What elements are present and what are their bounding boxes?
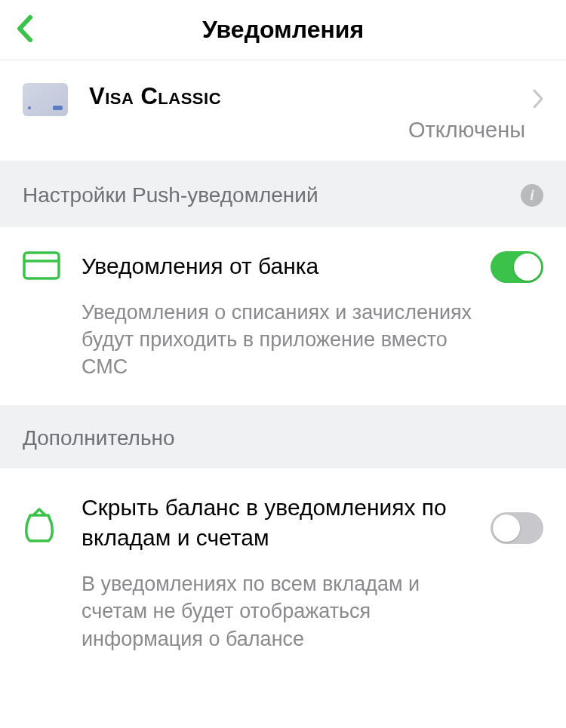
section-header-additional-label: Дополнительно	[23, 426, 175, 450]
setting-row-bank-notifications: Уведомления от банка Уведомления о списа…	[0, 227, 566, 405]
card-row[interactable]: Visa Classic Отключены	[0, 60, 566, 161]
toggle-bank-notifications[interactable]	[491, 251, 543, 283]
section-header-push: Настройки Push-уведомлений i	[0, 161, 566, 227]
svg-rect-0	[24, 253, 59, 278]
setting-row-hide-balance: Скрыть баланс в уведомлениях по вкладам …	[0, 468, 566, 677]
toggle-knob	[493, 515, 520, 542]
setting-description: В уведомлениях по всем вкладам и счетам …	[82, 570, 475, 653]
setting-content: Уведомления от банка Уведомления о списа…	[82, 251, 475, 381]
setting-description: Уведомления о списаниях и зачислениях бу…	[82, 299, 475, 381]
section-header-additional: Дополнительно	[0, 405, 566, 468]
toggle-knob	[514, 253, 541, 281]
toggle-hide-balance[interactable]	[491, 512, 543, 544]
chevron-left-icon	[15, 14, 33, 43]
card-status: Отключены	[89, 118, 525, 143]
setting-title: Скрыть баланс в уведомлениях по вкладам …	[82, 493, 475, 554]
setting-content: Скрыть баланс в уведомлениях по вкладам …	[82, 493, 475, 653]
bag-icon	[23, 508, 60, 547]
back-button[interactable]	[15, 14, 33, 46]
card-outline-icon	[23, 251, 60, 283]
card-text-block: Visa Classic Отключены	[89, 83, 525, 143]
header: Уведомления	[0, 0, 566, 60]
page-title: Уведомления	[15, 16, 551, 44]
card-name: Visa Classic	[89, 83, 525, 110]
section-header-push-label: Настройки Push-уведомлений	[23, 183, 318, 207]
setting-title: Уведомления от банка	[82, 251, 475, 282]
card-icon	[23, 83, 68, 116]
info-icon[interactable]: i	[521, 184, 543, 207]
chevron-right-icon	[533, 89, 543, 112]
